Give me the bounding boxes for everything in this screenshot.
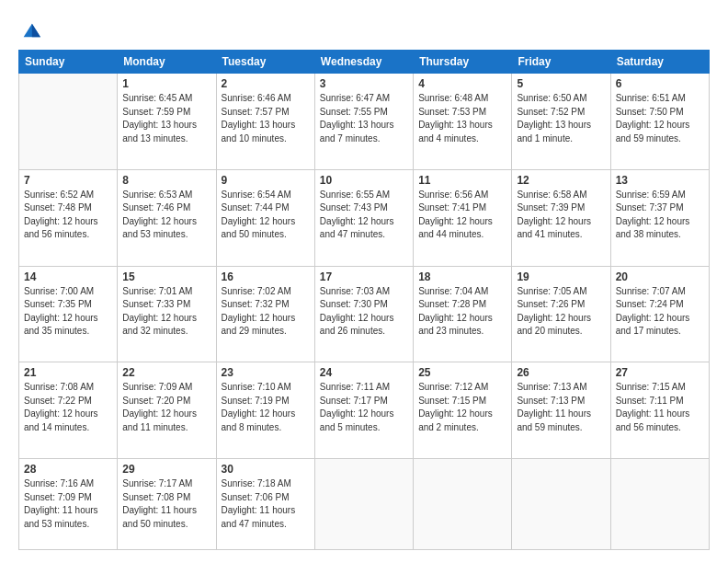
day-info: Sunrise: 6:59 AMSunset: 7:37 PMDaylight:… — [616, 189, 704, 242]
calendar-cell: 13Sunrise: 6:59 AMSunset: 7:37 PMDayligh… — [610, 169, 709, 266]
calendar-cell: 30Sunrise: 7:18 AMSunset: 7:06 PMDayligh… — [216, 459, 314, 550]
logo-icon — [20, 20, 40, 40]
day-number: 27 — [616, 366, 704, 379]
calendar-cell — [314, 459, 413, 550]
day-info: Sunrise: 7:17 AMSunset: 7:08 PMDaylight:… — [122, 477, 210, 531]
calendar-table: SundayMondayTuesdayWednesdayThursdayFrid… — [18, 50, 710, 550]
calendar-cell: 19Sunrise: 7:05 AMSunset: 7:26 PMDayligh… — [512, 266, 610, 362]
day-info: Sunrise: 7:08 AMSunset: 7:22 PMDaylight:… — [24, 381, 112, 434]
calendar-week-row: 21Sunrise: 7:08 AMSunset: 7:22 PMDayligh… — [19, 362, 710, 459]
calendar-cell: 17Sunrise: 7:03 AMSunset: 7:30 PMDayligh… — [314, 266, 413, 362]
day-info: Sunrise: 7:15 AMSunset: 7:11 PMDaylight:… — [616, 381, 704, 434]
calendar-cell — [610, 459, 709, 550]
day-number: 28 — [24, 463, 112, 476]
calendar-cell: 7Sunrise: 6:52 AMSunset: 7:48 PMDaylight… — [19, 169, 118, 266]
calendar-cell: 25Sunrise: 7:12 AMSunset: 7:15 PMDayligh… — [414, 362, 512, 459]
calendar-cell: 20Sunrise: 7:07 AMSunset: 7:24 PMDayligh… — [610, 266, 709, 362]
weekday-header-row: SundayMondayTuesdayWednesdayThursdayFrid… — [19, 51, 710, 74]
calendar-cell: 1Sunrise: 6:45 AMSunset: 7:59 PMDaylight… — [118, 74, 216, 170]
day-info: Sunrise: 7:01 AMSunset: 7:33 PMDaylight:… — [122, 285, 210, 339]
day-info: Sunrise: 7:09 AMSunset: 7:20 PMDaylight:… — [122, 381, 210, 434]
day-number: 1 — [122, 77, 210, 90]
calendar-cell: 23Sunrise: 7:10 AMSunset: 7:19 PMDayligh… — [216, 362, 314, 459]
day-info: Sunrise: 6:53 AMSunset: 7:46 PMDaylight:… — [122, 189, 210, 242]
weekday-header-sunday: Sunday — [19, 51, 118, 74]
day-number: 8 — [122, 174, 210, 187]
calendar-week-row: 7Sunrise: 6:52 AMSunset: 7:48 PMDaylight… — [19, 169, 710, 266]
day-number: 10 — [320, 174, 408, 187]
day-number: 23 — [222, 366, 310, 379]
day-info: Sunrise: 7:04 AMSunset: 7:28 PMDaylight:… — [418, 285, 506, 339]
day-info: Sunrise: 6:56 AMSunset: 7:41 PMDaylight:… — [418, 189, 506, 242]
calendar-cell: 18Sunrise: 7:04 AMSunset: 7:28 PMDayligh… — [414, 266, 512, 362]
calendar-cell: 9Sunrise: 6:54 AMSunset: 7:44 PMDaylight… — [216, 169, 314, 266]
day-number: 9 — [222, 174, 310, 187]
calendar-cell: 3Sunrise: 6:47 AMSunset: 7:55 PMDaylight… — [314, 74, 413, 170]
day-number: 4 — [418, 77, 506, 90]
calendar-cell: 27Sunrise: 7:15 AMSunset: 7:11 PMDayligh… — [610, 362, 709, 459]
day-info: Sunrise: 7:00 AMSunset: 7:35 PMDaylight:… — [24, 285, 112, 339]
day-info: Sunrise: 6:45 AMSunset: 7:59 PMDaylight:… — [122, 92, 210, 145]
weekday-header-thursday: Thursday — [414, 51, 512, 74]
page: SundayMondayTuesdayWednesdayThursdayFrid… — [0, 0, 728, 563]
day-info: Sunrise: 7:11 AMSunset: 7:17 PMDaylight:… — [320, 381, 408, 434]
day-number: 19 — [517, 270, 605, 283]
day-info: Sunrise: 6:47 AMSunset: 7:55 PMDaylight:… — [320, 92, 408, 145]
calendar-cell: 12Sunrise: 6:58 AMSunset: 7:39 PMDayligh… — [512, 169, 610, 266]
day-info: Sunrise: 6:52 AMSunset: 7:48 PMDaylight:… — [24, 189, 112, 242]
day-info: Sunrise: 7:02 AMSunset: 7:32 PMDaylight:… — [222, 285, 310, 339]
day-info: Sunrise: 7:12 AMSunset: 7:15 PMDaylight:… — [418, 381, 506, 434]
day-number: 25 — [418, 366, 506, 379]
day-info: Sunrise: 6:46 AMSunset: 7:57 PMDaylight:… — [222, 92, 310, 145]
calendar-cell — [414, 459, 512, 550]
day-info: Sunrise: 7:05 AMSunset: 7:26 PMDaylight:… — [517, 285, 605, 339]
calendar-cell: 16Sunrise: 7:02 AMSunset: 7:32 PMDayligh… — [216, 266, 314, 362]
calendar-cell: 24Sunrise: 7:11 AMSunset: 7:17 PMDayligh… — [314, 362, 413, 459]
calendar-week-row: 1Sunrise: 6:45 AMSunset: 7:59 PMDaylight… — [19, 74, 710, 170]
calendar-cell: 29Sunrise: 7:17 AMSunset: 7:08 PMDayligh… — [118, 459, 216, 550]
calendar-cell: 14Sunrise: 7:00 AMSunset: 7:35 PMDayligh… — [19, 266, 118, 362]
day-number: 11 — [418, 174, 506, 187]
weekday-header-friday: Friday — [512, 51, 610, 74]
day-info: Sunrise: 6:51 AMSunset: 7:50 PMDaylight:… — [616, 92, 704, 145]
calendar-cell: 8Sunrise: 6:53 AMSunset: 7:46 PMDaylight… — [118, 169, 216, 266]
day-number: 22 — [122, 366, 210, 379]
day-number: 29 — [122, 463, 210, 476]
weekday-header-monday: Monday — [118, 51, 216, 74]
logo — [18, 20, 40, 40]
calendar-cell: 22Sunrise: 7:09 AMSunset: 7:20 PMDayligh… — [118, 362, 216, 459]
day-info: Sunrise: 6:50 AMSunset: 7:52 PMDaylight:… — [517, 92, 605, 145]
day-info: Sunrise: 7:13 AMSunset: 7:13 PMDaylight:… — [517, 381, 605, 434]
svg-marker-1 — [32, 24, 40, 38]
weekday-header-tuesday: Tuesday — [216, 51, 314, 74]
day-info: Sunrise: 7:18 AMSunset: 7:06 PMDaylight:… — [222, 477, 310, 531]
day-number: 5 — [517, 77, 605, 90]
day-number: 18 — [418, 270, 506, 283]
calendar-cell — [19, 74, 118, 170]
calendar-cell — [512, 459, 610, 550]
calendar-cell: 21Sunrise: 7:08 AMSunset: 7:22 PMDayligh… — [19, 362, 118, 459]
day-number: 16 — [222, 270, 310, 283]
day-info: Sunrise: 7:07 AMSunset: 7:24 PMDaylight:… — [616, 285, 704, 339]
day-info: Sunrise: 7:10 AMSunset: 7:19 PMDaylight:… — [222, 381, 310, 434]
day-number: 13 — [616, 174, 704, 187]
day-info: Sunrise: 6:48 AMSunset: 7:53 PMDaylight:… — [418, 92, 506, 145]
calendar-cell: 15Sunrise: 7:01 AMSunset: 7:33 PMDayligh… — [118, 266, 216, 362]
header — [18, 17, 710, 40]
day-number: 7 — [24, 174, 112, 187]
day-number: 26 — [517, 366, 605, 379]
day-info: Sunrise: 6:54 AMSunset: 7:44 PMDaylight:… — [222, 189, 310, 242]
calendar-cell: 28Sunrise: 7:16 AMSunset: 7:09 PMDayligh… — [19, 459, 118, 550]
day-number: 17 — [320, 270, 408, 283]
calendar-cell: 26Sunrise: 7:13 AMSunset: 7:13 PMDayligh… — [512, 362, 610, 459]
calendar-cell: 5Sunrise: 6:50 AMSunset: 7:52 PMDaylight… — [512, 74, 610, 170]
calendar-cell: 4Sunrise: 6:48 AMSunset: 7:53 PMDaylight… — [414, 74, 512, 170]
day-info: Sunrise: 6:55 AMSunset: 7:43 PMDaylight:… — [320, 189, 408, 242]
day-number: 12 — [517, 174, 605, 187]
calendar-cell: 10Sunrise: 6:55 AMSunset: 7:43 PMDayligh… — [314, 169, 413, 266]
weekday-header-saturday: Saturday — [610, 51, 709, 74]
calendar-cell: 2Sunrise: 6:46 AMSunset: 7:57 PMDaylight… — [216, 74, 314, 170]
day-number: 3 — [320, 77, 408, 90]
day-number: 30 — [222, 463, 310, 476]
calendar-week-row: 28Sunrise: 7:16 AMSunset: 7:09 PMDayligh… — [19, 459, 710, 550]
